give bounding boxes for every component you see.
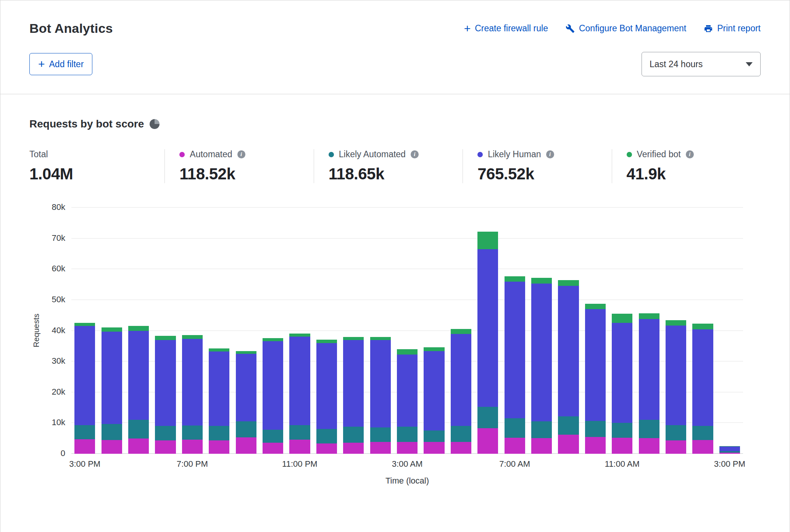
bar-segment-verified-bot — [612, 314, 632, 323]
stacked-bar[interactable] — [505, 208, 525, 454]
bar-segment-likely-human — [531, 284, 552, 421]
stacked-bar[interactable] — [74, 208, 95, 454]
bar-slot — [636, 208, 663, 454]
bar-segment-verified-bot — [102, 327, 122, 331]
bar-segment-verified-bot — [558, 280, 579, 286]
stat-label: Automated — [190, 149, 232, 160]
create-firewall-rule-label: Create firewall rule — [475, 23, 548, 34]
bar-segment-likely-human — [612, 323, 632, 423]
stacked-bar[interactable] — [182, 208, 203, 454]
bar-slot — [340, 208, 367, 454]
stat-likely-human[interactable]: Likely Human i 765.52k — [463, 149, 611, 183]
stat-likely-automated[interactable]: Likely Automated i 118.65k — [314, 149, 463, 183]
stacked-bar[interactable] — [128, 208, 149, 454]
likely-human-dot — [477, 152, 483, 157]
stat-label: Total — [29, 149, 48, 160]
create-firewall-rule-link[interactable]: + Create firewall rule — [464, 23, 548, 34]
bar-slot — [528, 208, 555, 454]
stacked-bar[interactable] — [585, 208, 606, 454]
bar-segment-automated — [477, 428, 498, 454]
stacked-bar[interactable] — [424, 208, 444, 454]
y-tick-label: 30k — [39, 356, 65, 366]
bar-slot — [367, 208, 393, 454]
stacked-bar[interactable] — [397, 208, 418, 454]
print-report-link[interactable]: Print report — [704, 23, 761, 34]
bar-segment-likely-automated — [128, 420, 149, 438]
likely-automated-dot — [329, 152, 334, 157]
stacked-bar[interactable] — [531, 208, 552, 454]
stat-total[interactable]: Total 1.04M — [29, 149, 164, 183]
bar-segment-likely-human — [397, 355, 418, 427]
y-tick-label: 60k — [39, 264, 65, 274]
stats-row: Total 1.04M Automated i 118.52k Likely A… — [29, 149, 761, 183]
stacked-bar[interactable] — [289, 208, 310, 454]
bar-segment-automated — [397, 442, 418, 454]
add-filter-button[interactable]: + Add filter — [29, 53, 92, 75]
configure-bot-management-label: Configure Bot Management — [579, 23, 686, 34]
x-axis-title: Time (local) — [71, 476, 743, 486]
configure-bot-management-link[interactable]: Configure Bot Management — [566, 23, 686, 34]
stacked-bar[interactable] — [612, 208, 632, 454]
info-icon[interactable]: i — [411, 150, 419, 158]
x-tick-label: 11:00 PM — [282, 459, 318, 469]
bar-segment-verified-bot — [316, 340, 337, 343]
stacked-bar[interactable] — [155, 208, 176, 454]
bar-slot — [179, 208, 206, 454]
page-title: Bot Analytics — [29, 21, 113, 36]
bar-segment-likely-human — [102, 332, 122, 424]
bar-segment-verified-bot — [397, 349, 418, 355]
time-range-select[interactable]: Last 24 hours — [642, 52, 761, 76]
add-filter-label: Add filter — [49, 59, 84, 69]
stacked-bar[interactable] — [719, 208, 740, 454]
bar-segment-likely-automated — [531, 421, 552, 438]
bar-segment-automated — [316, 443, 337, 454]
x-tick-label: 3:00 AM — [392, 459, 423, 469]
bar-slot — [260, 208, 286, 454]
stacked-bar[interactable] — [666, 208, 686, 454]
bar-segment-verified-bot — [263, 338, 283, 341]
bar-segment-likely-human — [451, 334, 471, 426]
bar-segment-verified-bot — [451, 329, 471, 334]
bar-segment-likely-human — [477, 249, 498, 407]
automated-dot — [179, 152, 185, 157]
stat-verified-bot[interactable]: Verified bot i 41.9k — [612, 149, 761, 183]
stacked-bar[interactable] — [558, 208, 579, 454]
y-tick-label: 70k — [39, 233, 65, 243]
bar-segment-automated — [370, 442, 391, 454]
stacked-bar[interactable] — [263, 208, 283, 454]
y-tick-label: 50k — [39, 295, 65, 305]
bar-segment-likely-automated — [424, 430, 444, 442]
bar-segment-likely-automated — [505, 418, 525, 438]
stat-automated[interactable]: Automated i 118.52k — [164, 149, 313, 183]
x-tick-label: 11:00 AM — [605, 459, 640, 469]
stacked-bar[interactable] — [451, 208, 471, 454]
verified-bot-dot — [627, 152, 632, 157]
info-icon[interactable]: i — [686, 150, 694, 158]
bar-segment-automated — [343, 443, 364, 454]
x-tick-label: 7:00 AM — [499, 459, 530, 469]
stacked-bar[interactable] — [343, 208, 364, 454]
bar-segment-likely-automated — [343, 427, 364, 443]
bar-slot — [125, 208, 152, 454]
stacked-bar[interactable] — [370, 208, 391, 454]
bar-segment-likely-human — [370, 340, 391, 427]
stacked-bar[interactable] — [639, 208, 659, 454]
stacked-bar[interactable] — [692, 208, 713, 454]
bar-segment-automated — [558, 435, 579, 454]
bar-segment-likely-automated — [102, 424, 122, 440]
stacked-bar[interactable] — [209, 208, 229, 454]
bar-slot — [716, 208, 743, 454]
bar-segment-verified-bot — [128, 326, 149, 330]
stacked-bar[interactable] — [236, 208, 256, 454]
bar-segment-automated — [263, 443, 283, 454]
stacked-bar[interactable] — [477, 208, 498, 454]
stacked-bar[interactable] — [316, 208, 337, 454]
pie-chart-icon — [150, 119, 160, 129]
bar-segment-likely-automated — [209, 426, 229, 440]
bar-segment-likely-human — [155, 340, 176, 426]
info-icon[interactable]: i — [237, 150, 245, 158]
info-icon[interactable]: i — [546, 150, 554, 158]
stacked-bar[interactable] — [102, 208, 122, 454]
header-actions: + Create firewall rule Configure Bot Man… — [464, 23, 761, 34]
bar-segment-likely-human — [343, 340, 364, 427]
